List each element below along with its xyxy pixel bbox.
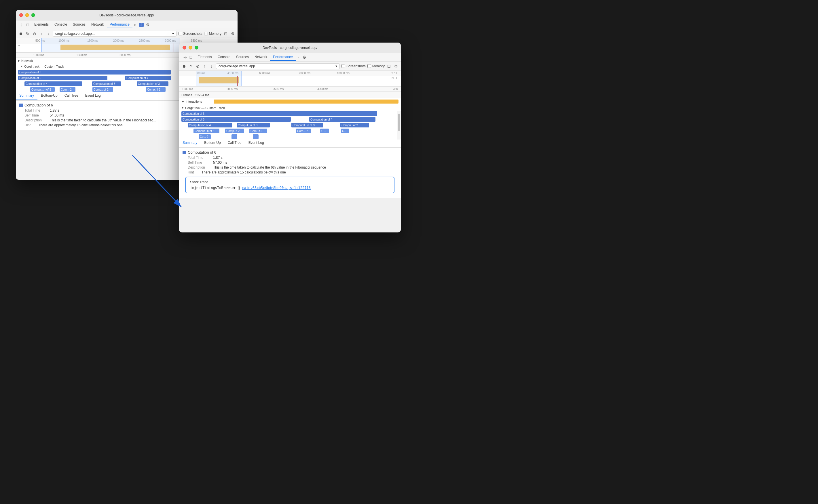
upload-icon-2[interactable]: ↑ bbox=[202, 64, 207, 69]
selected-item-2: Computation of 6 bbox=[182, 150, 397, 154]
w2-comp3-bar-c[interactable]: Comput...n of 3 bbox=[193, 129, 220, 133]
tab-network-2[interactable]: Network bbox=[252, 54, 270, 61]
w2-comp3-bar-a[interactable]: Comput...n of 3 bbox=[237, 123, 270, 127]
settings-icon-2[interactable]: ⚙ bbox=[302, 55, 307, 60]
dropdown-arrow-1[interactable]: ▾ bbox=[172, 32, 174, 36]
total-time-value-1: 1.87 s bbox=[50, 108, 59, 112]
minimize-button-2[interactable] bbox=[188, 46, 192, 49]
cursor-icon[interactable]: ⊹ bbox=[19, 22, 24, 27]
w2-comp5-bar[interactable]: Computation of 5 bbox=[181, 117, 291, 122]
self-time-label-1: Self Time bbox=[24, 113, 47, 117]
devtools-settings-1[interactable]: ⚙ bbox=[230, 31, 235, 36]
color-box-1 bbox=[19, 104, 23, 107]
main-ruler-2: 1500 ms 2000 ms 2500 ms 3000 ms 350 bbox=[179, 87, 401, 92]
memory-checkbox-2[interactable]: Memory bbox=[367, 64, 385, 68]
minimize-button-1[interactable] bbox=[25, 13, 29, 17]
w2-c-bar-b[interactable]: C... bbox=[341, 129, 349, 133]
close-button-1[interactable] bbox=[19, 13, 23, 17]
dropdown-arrow-2[interactable]: ▾ bbox=[335, 64, 337, 68]
comp2-bar-b[interactable]: Comp...of 2 bbox=[92, 87, 113, 92]
tab-calltree-1[interactable]: Call Tree bbox=[61, 92, 82, 100]
self-time-value-2: 57.00 ms bbox=[213, 161, 227, 165]
tab-performance-2[interactable]: Performance bbox=[270, 54, 296, 61]
tab-summary-2[interactable]: Summary bbox=[179, 140, 201, 147]
custom-track-label-2[interactable]: ▼ Corgi track — Custom Track bbox=[179, 105, 401, 111]
w2-comp2-bar-d[interactable]: Com... 2 bbox=[296, 129, 311, 133]
scrollbar-thumb-2[interactable] bbox=[398, 114, 400, 131]
comp2-bar-c[interactable]: Comp...f 2 bbox=[146, 87, 165, 92]
inspector-icon[interactable]: □ bbox=[25, 22, 30, 27]
tab-console-1[interactable]: Console bbox=[51, 21, 70, 28]
tab-performance-1[interactable]: Performance bbox=[107, 21, 132, 28]
more-icon-2[interactable]: ⋮ bbox=[308, 55, 314, 60]
download-icon-1[interactable]: ↓ bbox=[46, 31, 51, 36]
clear-icon-2[interactable]: ⊘ bbox=[195, 64, 200, 69]
hint-label-1: Hint bbox=[24, 123, 36, 127]
comp3-bar-a[interactable]: Computation of 3 bbox=[92, 81, 121, 86]
w2-comp2-bar-b[interactable]: Comp...f 2 bbox=[225, 129, 244, 133]
tab-summary-1[interactable]: Summary bbox=[16, 92, 37, 100]
total-time-value-2: 1.87 s bbox=[213, 156, 223, 160]
comp4-bar-b[interactable]: Computation of 4 bbox=[24, 81, 82, 86]
stack-trace-link[interactable]: main.63cb5c4bde8be90a.js:1:122716 bbox=[242, 186, 311, 190]
screenshots-checkbox-1[interactable]: Screenshots bbox=[178, 32, 202, 36]
w2-co2-bar-c[interactable] bbox=[253, 134, 259, 139]
url-bar-2[interactable]: corgi-collage.vercel.app... ▾ bbox=[216, 63, 340, 69]
tab-sources-1[interactable]: Sources bbox=[70, 21, 88, 28]
tab-eventlog-1[interactable]: Event Log bbox=[82, 92, 104, 100]
custom-track-triangle-1: ▼ bbox=[20, 65, 23, 68]
record-icon-1[interactable]: ⏺ bbox=[18, 31, 23, 36]
memory-checkbox-1[interactable]: Memory bbox=[204, 32, 222, 36]
clear-icon-1[interactable]: ⊘ bbox=[32, 31, 37, 36]
tab-console-2[interactable]: Console bbox=[215, 54, 233, 61]
capture-icon-2[interactable]: ⊡ bbox=[386, 64, 392, 69]
maximize-button-1[interactable] bbox=[31, 13, 35, 17]
tab-bottomup-2[interactable]: Bottom-Up bbox=[201, 140, 224, 147]
comp2-bar-a[interactable]: Com... 2 bbox=[60, 87, 75, 92]
maximize-button-2[interactable] bbox=[194, 46, 198, 49]
comp6-bar[interactable]: Computation of 6 bbox=[18, 70, 171, 75]
comp5-bar[interactable]: Computation of 5 bbox=[18, 76, 107, 80]
close-button-2[interactable] bbox=[182, 46, 186, 49]
w2-flame-row-2: Computation of 4 Comput...n of 3 Computa… bbox=[179, 122, 401, 128]
download-icon-2[interactable]: ↓ bbox=[209, 64, 214, 69]
capture-icon-1[interactable]: ⊡ bbox=[223, 31, 228, 36]
w2-comp4-bar-b[interactable]: Computation of 4 bbox=[188, 123, 233, 127]
more-tabs-1[interactable]: » bbox=[132, 22, 138, 28]
w2-comp2-bar-c[interactable]: Com...f 2 bbox=[249, 129, 267, 133]
overview-selection-2[interactable] bbox=[196, 71, 242, 86]
record-icon-2[interactable]: ⏺ bbox=[181, 64, 186, 69]
upload-icon-1[interactable]: ↑ bbox=[39, 31, 44, 36]
title-bar-2: DevTools - corgi-collage.vercel.app/ bbox=[179, 43, 401, 53]
tab-calltree-2[interactable]: Call Tree bbox=[224, 140, 245, 147]
w2-comp4-bar-a[interactable]: Computation of 4 bbox=[309, 117, 375, 122]
settings-icon-1[interactable]: ⚙ bbox=[145, 22, 150, 27]
w2-comp3-bar-b[interactable]: Computat...n of 3 bbox=[291, 123, 323, 127]
tab-sources-2[interactable]: Sources bbox=[233, 54, 252, 61]
screenshots-checkbox-2[interactable]: Screenshots bbox=[342, 64, 366, 68]
more-icon-1[interactable]: ⋮ bbox=[151, 22, 157, 27]
devtools-settings-2[interactable]: ⚙ bbox=[393, 64, 398, 69]
w2-comp2-bar-a[interactable]: Compu...of 2 bbox=[340, 123, 369, 127]
desc-value-1: This is the time taken to calculate the … bbox=[50, 118, 156, 122]
url-bar-1[interactable]: corgi-collage.vercel.app... ▾ bbox=[53, 31, 176, 37]
scrollbar-2[interactable] bbox=[397, 111, 401, 140]
tab-elements-2[interactable]: Elements bbox=[194, 54, 215, 61]
cursor-icon-2[interactable]: ⊹ bbox=[182, 55, 188, 60]
comp4-bar-a[interactable]: Computation of 4 bbox=[125, 76, 171, 80]
w2-comp6-bar[interactable]: Computation of 6 bbox=[181, 111, 377, 116]
w2-co2-bar-a[interactable]: Co... 2 bbox=[199, 134, 211, 139]
w2-co2-bar-b[interactable] bbox=[232, 134, 237, 139]
tab-elements-1[interactable]: Elements bbox=[31, 21, 51, 28]
tab-bottomup-1[interactable]: Bottom-Up bbox=[37, 92, 61, 100]
tab-network-1[interactable]: Network bbox=[88, 21, 107, 28]
more-tabs-2[interactable]: » bbox=[296, 54, 301, 60]
comp3-bar-b[interactable]: Computation of 3 bbox=[137, 81, 168, 86]
reload-icon-1[interactable]: ↻ bbox=[25, 31, 30, 36]
w2-c-bar-a[interactable]: C... bbox=[320, 129, 329, 133]
comp3-bar-c[interactable]: Comput...n of 3 bbox=[30, 87, 55, 92]
reload-icon-2[interactable]: ↻ bbox=[188, 64, 193, 69]
inspector-icon-2[interactable]: □ bbox=[188, 55, 193, 60]
stack-trace-content: injectTimingsToBrowser @ main.63cb5c4bde… bbox=[190, 186, 390, 190]
tab-eventlog-2[interactable]: Event Log bbox=[245, 140, 268, 147]
